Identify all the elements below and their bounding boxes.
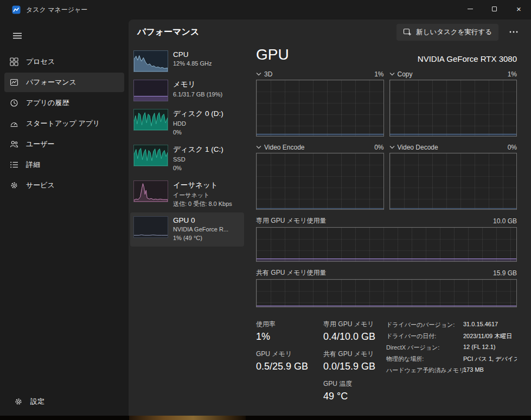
dedicated-gpu-memory-section: 専用 GPU メモリ使用量 10.0 GB [256, 215, 517, 262]
perf-item-detail: 6.1/31.7 GB (19%) [173, 91, 222, 99]
dedicated-gpu-memory-chart [256, 227, 517, 262]
perf-item-name: ディスク 1 (C:) [173, 145, 223, 154]
engine-label: 3D [264, 70, 272, 78]
gpu0-minichart [133, 216, 168, 238]
engine-label: Copy [398, 70, 413, 78]
minimize-button[interactable] [458, 0, 482, 17]
gpu-copy-chart [389, 80, 517, 137]
sidebar-item-services[interactable]: サービス [4, 176, 124, 195]
content-panel: パフォーマンス 新しいタスクを実行する CPU 12% 4.85 GH [129, 20, 531, 416]
engine-selector-3d[interactable]: 3D 1% [256, 69, 384, 80]
cpu-minichart [133, 50, 168, 72]
perf-item-name: GPU 0 [173, 216, 228, 224]
gpu-device-name: NVIDIA GeForce RTX 3080 [418, 54, 517, 63]
stat-value: 1% [256, 331, 322, 343]
perf-item-cpu[interactable]: CPU 12% 4.85 GHz [130, 47, 244, 76]
chart-activity-line [390, 208, 517, 209]
engine-label: Video Encode [264, 144, 305, 151]
perf-item-detail: イーサネット [173, 191, 232, 200]
gpu-video-encode-chart [256, 153, 384, 210]
performance-icon [10, 78, 18, 87]
sidebar-item-label: サービス [26, 180, 55, 190]
sidebar-item-performance[interactable]: パフォーマンス [4, 73, 124, 92]
maximize-icon [492, 7, 497, 11]
run-new-task-button[interactable]: 新しいタスクを実行する [396, 24, 498, 41]
engine-percent: 1% [374, 70, 383, 78]
chart-activity-line [257, 306, 516, 307]
stat-value: 49 °C [323, 391, 385, 402]
stat-value: 0.5/25.9 GB [256, 361, 322, 372]
perf-item-detail: 1% (49 °C) [173, 234, 228, 243]
desktop-strip-highlight [129, 416, 246, 420]
sidebar-item-users[interactable]: ユーザー [4, 134, 124, 154]
stat-label: GPU 温度 [323, 379, 385, 389]
engine-percent: 0% [508, 144, 517, 151]
engine-selector-copy[interactable]: Copy 1% [389, 69, 517, 80]
menu-toggle-button[interactable] [8, 27, 27, 44]
sidebar-item-app-history[interactable]: アプリの履歴 [4, 93, 124, 113]
perf-item-name: CPU [173, 50, 212, 59]
chart-activity-line [390, 134, 517, 136]
chart-activity-line [257, 259, 516, 261]
details-icon [10, 160, 18, 169]
stat-label: GPU メモリ [256, 350, 322, 359]
gpu-3d-chart [256, 80, 384, 137]
close-button[interactable]: × [507, 0, 531, 17]
sidebar-item-label: ユーザー [26, 139, 55, 149]
detail-label: ドライバーのバージョン: [386, 321, 461, 329]
sidebar: プロセス パフォーマンス アプリの履歴 スタートアップ アプリ ユーザー [0, 20, 129, 416]
window-controls: × [458, 0, 531, 17]
engine-selector-video-decode[interactable]: Video Decode 0% [389, 142, 517, 153]
memory-minichart [133, 80, 168, 101]
sidebar-item-details[interactable]: 詳細 [4, 155, 124, 175]
more-options-button[interactable] [504, 27, 523, 37]
users-icon [10, 140, 18, 148]
gpu-video-encode-section: Video Encode 0% [256, 142, 384, 210]
page-title: パフォーマンス [137, 27, 199, 38]
perf-item-disk1[interactable]: ディスク 1 (C:) SSD 0% [130, 141, 244, 177]
perf-item-name: ディスク 0 (D:) [173, 109, 223, 119]
engine-label: Video Decode [398, 144, 438, 151]
app-history-icon [10, 99, 18, 107]
perf-item-detail: SSD [173, 156, 223, 164]
sidebar-item-startup-apps[interactable]: スタートアップ アプリ [4, 114, 124, 133]
stat-value: 0.4/10.0 GB [323, 331, 385, 343]
gpu-engine-charts: 3D 1% Copy 1% Video En [256, 69, 517, 210]
services-icon [10, 181, 18, 190]
maximize-button[interactable] [482, 0, 507, 17]
detail-label: ドライバーの日付: [386, 332, 461, 340]
minimize-icon [468, 9, 473, 9]
desktop-strip [0, 416, 531, 420]
chevron-down-icon [389, 145, 395, 149]
task-manager-window: タスク マネージャー × プロセス パフォーマンス アプ [0, 0, 531, 420]
sidebar-item-settings[interactable]: 設定 [9, 392, 120, 411]
processes-icon [10, 57, 18, 66]
engine-selector-video-encode[interactable]: Video Encode 0% [256, 142, 384, 153]
gpu-video-decode-section: Video Decode 0% [389, 142, 517, 210]
memory-chart-scale: 15.9 GB [493, 269, 517, 277]
perf-item-memory[interactable]: メモリ 6.1/31.7 GB (19%) [130, 76, 244, 105]
perf-item-name: イーサネット [173, 180, 232, 190]
gpu-copy-section: Copy 1% [389, 69, 517, 137]
detail-label: DirectX バージョン: [386, 344, 461, 352]
hamburger-icon [13, 33, 22, 39]
perf-item-name: メモリ [173, 80, 222, 89]
perf-item-detail: 送信: 0 受信: 8.0 Kbps [173, 200, 232, 209]
perf-item-disk0[interactable]: ディスク 0 (D:) HDD 0% [130, 105, 244, 141]
detail-value: 12 (FL 12.1) [463, 344, 517, 352]
gpu-detail-panel: GPU NVIDIA GeForce RTX 3080 3D 1% Copy [256, 47, 517, 416]
perf-item-ethernet[interactable]: イーサネット イーサネット 送信: 0 受信: 8.0 Kbps [130, 177, 244, 212]
gear-icon [14, 397, 23, 406]
detail-value: 173 MB [463, 366, 517, 374]
sidebar-item-label: プロセス [26, 57, 55, 67]
detail-value: 2023/11/09 木曜日 [463, 332, 517, 340]
shared-gpu-memory-section: 共有 GPU メモリ使用量 15.9 GB [256, 267, 517, 307]
chevron-down-icon [256, 145, 261, 149]
perf-item-gpu0[interactable]: GPU 0 NVIDIA GeForce R... 1% (49 °C) [130, 212, 244, 247]
stat-label: 専用 GPU メモリ [323, 320, 385, 329]
ethernet-minichart [133, 180, 168, 202]
sidebar-item-processes[interactable]: プロセス [4, 52, 124, 72]
gpu-stats: 使用率 1% GPU メモリ 0.5/25.9 GB 専用 GPU メモリ 0.… [256, 320, 517, 412]
sidebar-item-label: スタートアップ アプリ [26, 119, 100, 128]
disk0-minichart [133, 109, 168, 131]
